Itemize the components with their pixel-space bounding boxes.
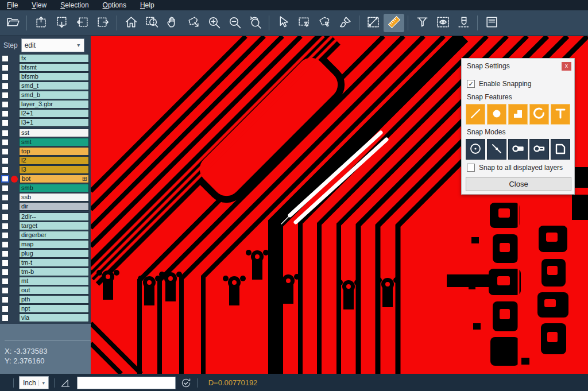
layer-name-sst[interactable]: sst <box>19 129 89 137</box>
zoom-in-button[interactable] <box>203 14 224 32</box>
layer-row-target[interactable]: target <box>0 222 91 230</box>
layer-row-out[interactable]: out <box>0 286 91 295</box>
center-snap-button[interactable] <box>466 139 485 160</box>
layer-row-tm-b[interactable]: tm-b <box>0 268 91 276</box>
layer-name-smt[interactable]: smt <box>19 138 89 146</box>
snap-button[interactable] <box>453 14 474 32</box>
pad-outline-snap-button[interactable] <box>529 139 549 160</box>
layer-visibility-checkbox[interactable] <box>2 260 9 266</box>
layer-row-2dir--[interactable]: 2dir-- <box>0 212 91 221</box>
layer-visibility-checkbox[interactable] <box>2 241 9 248</box>
units-select[interactable]: Inch ▾ <box>19 376 49 389</box>
layer-name-map[interactable]: map <box>19 240 89 249</box>
shift-view-left-button[interactable] <box>72 14 92 32</box>
layer-visibility-checkbox[interactable] <box>2 305 9 312</box>
paint-button[interactable] <box>335 14 355 32</box>
grid-icon[interactable]: ⊞ <box>82 175 87 183</box>
layer-visibility-checkbox[interactable] <box>2 148 9 155</box>
sync-check-icon[interactable] <box>180 377 192 389</box>
layer-name-l3[interactable]: l3 <box>19 165 89 174</box>
layer-visibility-checkbox[interactable] <box>2 110 9 117</box>
open-button[interactable] <box>2 14 23 32</box>
layer-row-map[interactable]: map <box>0 240 91 249</box>
layer-row-bfsmb[interactable]: bfsmb <box>0 72 91 81</box>
layer-visibility-checkbox[interactable] <box>2 287 9 294</box>
angle-measure-icon[interactable] <box>60 377 71 389</box>
layer-name-plug[interactable]: plug <box>19 249 89 258</box>
layer-row-bot[interactable]: bot⊞ <box>0 175 91 183</box>
entire-pad-snap-button[interactable] <box>508 139 528 160</box>
layer-row-npt[interactable]: npt <box>0 304 91 313</box>
zoom-previous-button[interactable] <box>245 14 265 32</box>
layer-visibility-checkbox[interactable] <box>2 55 9 62</box>
layer-visibility-checkbox[interactable] <box>2 157 9 164</box>
home-view-button[interactable] <box>121 14 141 32</box>
layer-visibility-checkbox[interactable] <box>2 167 9 173</box>
layer-visibility-checkbox[interactable] <box>2 64 9 71</box>
layer-visibility-checkbox[interactable] <box>2 139 9 146</box>
layer-name-tm-t[interactable]: tm-t <box>19 258 89 267</box>
surface-corner-snap-button[interactable] <box>508 104 528 125</box>
layer-visibility-checkbox[interactable] <box>2 278 9 285</box>
layer-row-pth[interactable]: pth <box>0 295 91 304</box>
move-selection-button[interactable] <box>183 14 203 32</box>
layer-visibility-checkbox[interactable] <box>2 269 9 276</box>
layer-visibility-checkbox[interactable] <box>2 119 9 126</box>
layer-name-smb[interactable]: smb <box>19 184 89 192</box>
pad-snap-button[interactable] <box>487 104 506 125</box>
layer-visibility-checkbox[interactable] <box>2 92 9 99</box>
layer-row-dirgerber[interactable]: dirgerber <box>0 231 91 239</box>
layer-row-mt[interactable]: mt <box>0 277 91 285</box>
filter-button[interactable] <box>412 14 432 32</box>
layer-visibility-checkbox[interactable] <box>2 296 9 303</box>
layer-row-l2+1[interactable]: l2+1 <box>0 109 91 118</box>
step-dropdown[interactable]: edit ▾ <box>21 38 84 52</box>
shift-view-right-button[interactable] <box>92 14 113 32</box>
midpoint-snap-button[interactable] <box>487 139 506 160</box>
layer-row-smd_b[interactable]: smd_b <box>0 91 91 99</box>
close-icon[interactable]: x <box>562 62 571 71</box>
layer-visibility-checkbox[interactable] <box>2 130 9 137</box>
layer-name-ssb[interactable]: ssb <box>19 193 89 202</box>
menu-item-options[interactable]: Options <box>96 0 133 10</box>
select-rectangle-button[interactable] <box>293 14 314 32</box>
layer-row-smb[interactable]: smb <box>0 184 91 192</box>
layer-row-l3[interactable]: l3 <box>0 165 91 174</box>
layer-row-plug[interactable]: plug <box>0 249 91 258</box>
line-snap-button[interactable] <box>466 104 485 125</box>
ruler-button[interactable] <box>384 14 404 32</box>
layers-panel-button[interactable] <box>481 14 502 32</box>
layer-row-bfsmt[interactable]: bfsmt <box>0 63 91 72</box>
menu-item-view[interactable]: View <box>25 0 53 10</box>
layer-name-smd_t[interactable]: smd_t <box>19 82 89 90</box>
menu-item-selection[interactable]: Selection <box>53 0 95 10</box>
layer-name-dirgerber[interactable]: dirgerber <box>19 231 89 239</box>
layer-row-smt[interactable]: smt <box>0 138 91 146</box>
layer-name-smd_b[interactable]: smd_b <box>19 91 89 99</box>
layer-visibility-checkbox[interactable] <box>2 250 9 257</box>
layer-name-via[interactable]: via <box>19 313 89 322</box>
arc-snap-button[interactable] <box>529 104 549 125</box>
layer-visibility-checkbox[interactable] <box>2 83 9 90</box>
command-input[interactable] <box>77 377 176 389</box>
layer-row-via[interactable]: via <box>0 313 91 322</box>
layer-name-out[interactable]: out <box>19 286 89 295</box>
layer-name-dir[interactable]: dir <box>19 202 89 211</box>
enable-snapping-checkbox[interactable]: ✓ <box>467 80 475 88</box>
select-polygon-button[interactable] <box>314 14 335 32</box>
layer-visibility-checkbox[interactable] <box>2 214 9 220</box>
layer-row-sst[interactable]: sst <box>0 129 91 137</box>
layer-name-tm-b[interactable]: tm-b <box>19 268 89 276</box>
layer-visibility-checkbox[interactable] <box>2 73 9 80</box>
shift-view-up-button[interactable] <box>30 14 51 32</box>
layer-row-tm-t[interactable]: tm-t <box>0 258 91 267</box>
layer-name-top[interactable]: top <box>19 147 89 156</box>
shift-view-down-button[interactable] <box>51 14 72 32</box>
layer-name-l2+1[interactable]: l2+1 <box>19 109 89 118</box>
layer-active-indicator[interactable] <box>9 176 20 183</box>
all-layers-checkbox[interactable] <box>467 164 475 172</box>
zoom-window-button[interactable] <box>141 14 162 32</box>
layer-name-2dir--[interactable]: 2dir-- <box>19 212 89 221</box>
layer-name-bfsmb[interactable]: bfsmb <box>19 72 89 81</box>
select-button[interactable] <box>273 14 293 32</box>
